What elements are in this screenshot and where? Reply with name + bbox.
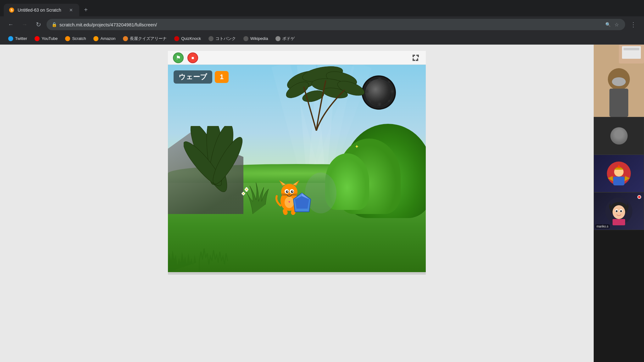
svg-rect-55 — [624, 48, 639, 50]
search-icon[interactable] — [604, 20, 612, 29]
scratch-toolbar — [168, 51, 426, 65]
hud-wave-indicator: ウェーブ 1 — [174, 70, 229, 84]
bookmarks-bar: Twitter YouTube Scratch Amazon 長屋クイズアリーナ… — [0, 33, 644, 45]
svg-point-40 — [288, 194, 290, 195]
lock-icon: 🔒 — [52, 22, 57, 27]
bookmark-nagaya[interactable]: 長屋クイズアリーナ — [120, 35, 170, 43]
tab-close-button[interactable]: ✕ — [68, 7, 74, 13]
browser-window: S Untitled-63 on Scratch ✕ + 🔒 scratch.m… — [0, 0, 644, 362]
main-video-feed — [594, 45, 644, 117]
svg-point-67 — [613, 205, 625, 219]
bookmark-quiz-label: QuizKnock — [181, 36, 201, 41]
menu-button[interactable] — [628, 19, 639, 30]
new-tab-button[interactable]: + — [80, 4, 91, 15]
youtube-favicon — [35, 36, 40, 41]
wiki-favicon — [243, 36, 248, 41]
game-canvas[interactable]: ✦ — [168, 65, 426, 272]
svg-rect-72 — [613, 219, 625, 225]
bookmark-wiki-label: Wikipedia — [250, 36, 268, 41]
bookmark-wikipedia[interactable]: Wikipedia — [240, 35, 271, 42]
svg-point-38 — [287, 191, 288, 192]
scratch-favicon — [65, 36, 70, 41]
address-text: scratch.mit.edu/projects/473204981/fulls… — [59, 22, 602, 27]
enemy-sprite — [365, 79, 392, 106]
address-actions — [604, 20, 620, 29]
bookmark-scratch[interactable]: Scratch — [62, 35, 89, 42]
twitter-favicon — [8, 36, 13, 41]
back-button[interactable] — [5, 19, 16, 30]
tab-favicon: S — [9, 7, 14, 13]
scrollbar-thumb — [168, 272, 426, 275]
scratch-controls — [173, 52, 198, 63]
bookmark-twitter-label: Twitter — [15, 36, 27, 41]
refresh-button[interactable] — [33, 19, 44, 30]
wave-label: ウェーブ — [174, 70, 212, 84]
page-content: ✦ — [0, 45, 644, 362]
stop-button[interactable] — [187, 52, 198, 63]
bookmark-quizknock[interactable]: QuizKnock — [171, 35, 204, 42]
tab-bar: S Untitled-63 on Scratch ✕ + — [0, 0, 644, 16]
bookmark-scratch-label: Scratch — [72, 36, 86, 41]
nav-bar: 🔒 scratch.mit.edu/projects/473204981/ful… — [0, 16, 644, 33]
amazon-favicon — [93, 36, 98, 41]
address-bar[interactable]: 🔒 scratch.mit.edu/projects/473204981/ful… — [47, 19, 625, 30]
bookmark-amazon-label: Amazon — [100, 36, 115, 41]
bookmark-youtube[interactable]: YouTube — [31, 35, 61, 42]
participant-1 — [594, 117, 644, 155]
forward-button[interactable] — [19, 19, 30, 30]
right-bush-small — [325, 153, 369, 210]
bookmark-youtube-label: YouTube — [42, 36, 58, 41]
avatar-2 — [594, 155, 644, 192]
nagaya-favicon — [123, 36, 128, 41]
main-area: ✦ — [0, 45, 594, 362]
svg-point-58 — [612, 77, 626, 86]
quiz-favicon — [174, 36, 179, 41]
svg-rect-61 — [613, 177, 625, 185]
green-flag-button[interactable] — [173, 52, 184, 63]
bookmark-amazon[interactable]: Amazon — [90, 35, 119, 42]
svg-rect-57 — [609, 89, 628, 117]
boge-favicon — [275, 36, 280, 41]
bookmark-nagaya-label: 長屋クイズアリーナ — [130, 36, 167, 41]
participant-3: mariko.s — [594, 192, 644, 230]
bookmark-koto-label: コトバンク — [215, 36, 236, 41]
bookmark-boge-label: ボドゲ — [282, 36, 295, 41]
fullscreen-button[interactable] — [411, 53, 421, 63]
svg-point-70 — [616, 210, 618, 212]
participant-status-dot — [637, 195, 641, 199]
game-scrollbar[interactable] — [168, 272, 426, 275]
gem-sprite — [292, 191, 312, 216]
bookmark-twitter[interactable]: Twitter — [5, 35, 30, 42]
active-tab[interactable]: S Untitled-63 on Scratch ✕ — [4, 4, 79, 16]
video-person — [594, 45, 644, 117]
bookmark-icon[interactable] — [613, 20, 620, 29]
participant-name: mariko.s — [595, 224, 610, 228]
bookmark-bodoge[interactable]: ボドゲ — [272, 35, 298, 43]
nav-right-actions — [628, 19, 639, 30]
svg-point-71 — [620, 210, 622, 212]
participant-2 — [594, 155, 644, 192]
avatar-1 — [610, 127, 628, 145]
svg-text:S: S — [11, 8, 13, 12]
koto-favicon — [208, 36, 214, 41]
right-panel: mariko.s — [594, 45, 644, 362]
bookmark-kotobankx[interactable]: コトバンク — [205, 35, 239, 43]
wave-number: 1 — [215, 71, 229, 83]
tab-title: Untitled-63 on Scratch — [18, 8, 65, 13]
